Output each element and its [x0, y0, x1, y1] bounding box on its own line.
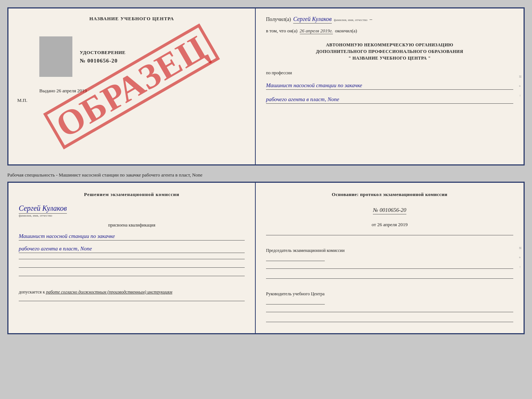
bottom-right-panel: Основание: протокол экзаменационной коми… [256, 183, 524, 333]
left-panel-top: НАЗВАНИЕ УЧЕБНОГО ЦЕНТРА УДОСТОВЕРЕНИЕ №… [8, 8, 256, 164]
separator2 [19, 267, 245, 268]
separator-right4 [266, 312, 513, 312]
page-container: НАЗВАНИЕ УЧЕБНОГО ЦЕНТРА УДОСТОВЕРЕНИЕ №… [7, 7, 525, 334]
org-line1: АВТОНОМНУЮ НЕКОММЕРЧЕСКУЮ ОРГАНИЗАЦИЮ [266, 42, 513, 48]
chairman-block: Председатель экзаменационной комиссии [266, 248, 513, 261]
dopuskaetsya-block: допускается к работе согласно должностны… [19, 289, 245, 295]
name-hint: фамилия, имя, отчество [334, 18, 367, 22]
vydano-label: Выдано [39, 88, 55, 93]
side-mark-1: И [518, 75, 522, 78]
dopuskaetsya-label: допускается к [19, 289, 45, 295]
prisvoena-label: присвоена квалификация [19, 222, 245, 228]
rukovoditel-block: Руководитель учебного Центра [266, 291, 513, 304]
side-marks-bottom: И а ← [518, 183, 522, 333]
udostoverenie-label: УДОСТОВЕРЕНИЕ [80, 50, 126, 56]
ot-label: от [371, 222, 376, 227]
recipient-name: Сергей Кулаков [293, 16, 332, 24]
separator-right3 [266, 278, 513, 279]
side-mark-2: а [518, 85, 522, 87]
poluchil-label: Получил(а) [266, 17, 291, 22]
vydano-row: Выдано 26 апреля 2019 [39, 88, 246, 94]
bottom-name-hint: фамилия, имя, отчество [19, 214, 245, 217]
vtom-row: в том, что он(а) 26 апреля 2019г. окончи… [266, 28, 513, 34]
vtom-date: 26 апреля 2019г. [300, 28, 333, 34]
profession-line1-top: Машинист насосной станции по закачке [266, 82, 513, 90]
vydano-date: 26 апреля 2019 [57, 88, 87, 93]
side-mark-b3: ← [518, 266, 522, 269]
udostoverenie-info: УДОСТОВЕРЕНИЕ № 0010656-20 [80, 50, 126, 64]
separator1 [19, 259, 245, 259]
bottom-left-panel: Решением экзаменационной комиссии Сергей… [8, 183, 256, 333]
okonchil-label: окончил(а) [335, 28, 357, 34]
ot-date: 26 апреля 2019 [377, 222, 408, 227]
protocol-num-block: № 0010656-20 [266, 206, 513, 214]
po-professii-label: по профессии [266, 70, 513, 76]
poluchil-row: Получил(а) Сергей Кулаков фамилия, имя, … [266, 16, 513, 24]
bottom-recipient-name: Сергей Кулаков [19, 204, 67, 214]
photo-placeholder [39, 36, 72, 77]
mp-row: М.П. [17, 97, 246, 103]
udostoverenie-block: УДОСТОВЕРЕНИЕ № 0010656-20 [39, 36, 246, 77]
separator-right2 [266, 268, 513, 269]
separator3 [19, 276, 245, 276]
subtitle-text: Рабочая специальность - Машинист насосно… [7, 172, 202, 178]
separator-right1 [266, 235, 513, 235]
side-mark-b1: И [518, 247, 522, 249]
vtom-label: в том, что он(а) [266, 28, 298, 34]
subtitle-row: Рабочая специальность - Машинист насосно… [7, 171, 525, 179]
resheniem-label: Решением экзаменационной комиссии [19, 192, 245, 197]
profession-line2-top: рабочего агента в пласт, None [266, 96, 513, 104]
side-mark-3: ← [518, 94, 522, 97]
bottom-profession-line2: рабочего агента в пласт, None [19, 246, 245, 253]
dash1: – [370, 17, 372, 22]
separator-right5 [266, 322, 513, 322]
top-left-title: НАЗВАНИЕ УЧЕБНОГО ЦЕНТРА [17, 16, 246, 22]
top-document: НАЗВАНИЕ УЧЕБНОГО ЦЕНТРА УДОСТОВЕРЕНИЕ №… [7, 7, 525, 165]
side-mark-b2: а [518, 257, 522, 258]
chairman-label: Председатель экзаменационной комиссии [266, 248, 513, 253]
right-panel-top: Получил(а) Сергей Кулаков фамилия, имя, … [256, 8, 524, 164]
ot-date-block: от 26 апреля 2019 [266, 222, 513, 228]
separator4 [19, 301, 245, 301]
rukovoditel-label: Руководитель учебного Центра [266, 291, 513, 297]
bottom-name-block: Сергей Кулаков фамилия, имя, отчество [19, 204, 245, 217]
udostoverenie-number: № 0010656-20 [80, 58, 126, 64]
org-line3: " НАЗВАНИЕ УЧЕБНОГО ЦЕНТРА " [266, 55, 513, 61]
bottom-document: Решением экзаменационной комиссии Сергей… [7, 182, 525, 334]
org-line2: ДОПОЛНИТЕЛЬНОГО ПРОФЕССИОНАЛЬНОГО ОБРАЗО… [266, 48, 513, 55]
side-marks-top: И а ← [518, 8, 522, 164]
rukovoditel-sign-line [266, 304, 325, 304]
bottom-profession-line1: Машинист насосной станции по закачке [19, 233, 245, 241]
protocol-num: № 0010656-20 [373, 207, 406, 214]
chairman-sign-line [266, 261, 325, 261]
dopuskaetsya-value: работе согласно должностным (производств… [46, 289, 172, 295]
osnovanie-label: Основание: протокол экзаменационной коми… [266, 192, 513, 197]
org-block: АВТОНОМНУЮ НЕКОММЕРЧЕСКУЮ ОРГАНИЗАЦИЮ ДО… [266, 42, 513, 61]
